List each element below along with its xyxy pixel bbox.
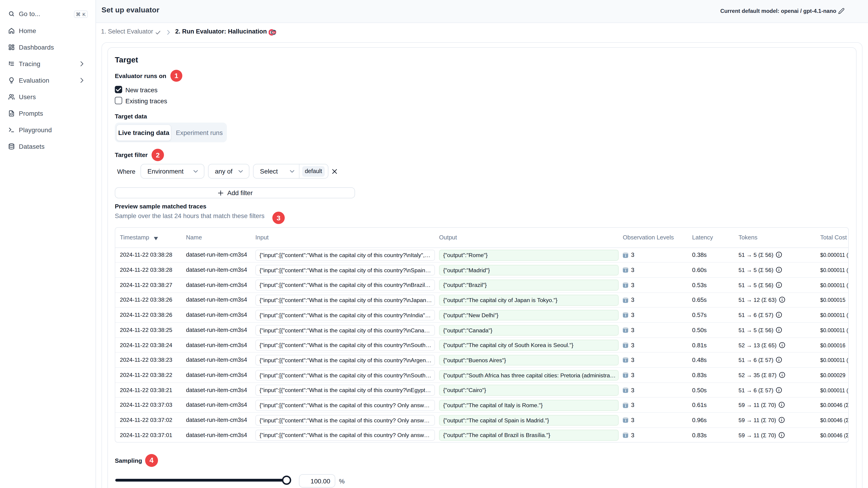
svg-text:i: i [625, 328, 626, 333]
svg-text:i: i [625, 343, 626, 348]
svg-text:i: i [625, 418, 626, 423]
svg-text:i: i [625, 253, 626, 258]
svg-text:i: i [625, 283, 626, 288]
svg-text:i: i [625, 433, 626, 438]
svg-text:i: i [625, 403, 626, 408]
svg-text:i: i [625, 268, 626, 272]
svg-text:i: i [625, 373, 626, 378]
svg-text:i: i [625, 358, 626, 363]
svg-text:i: i [625, 388, 626, 393]
svg-text:i: i [625, 298, 626, 302]
svg-text:i: i [625, 313, 626, 318]
